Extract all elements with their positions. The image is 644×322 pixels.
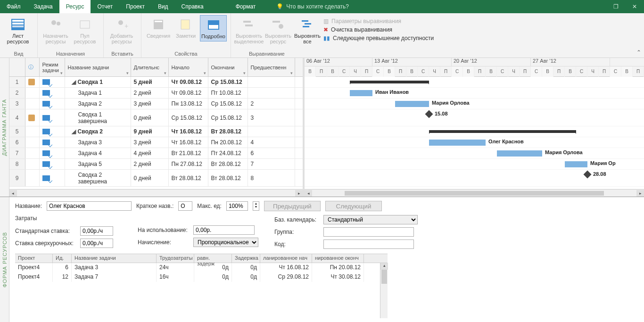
details-button[interactable]: Подробно xyxy=(200,15,227,41)
resource-pool-button[interactable]: Пул ресурсов xyxy=(71,15,99,46)
duration-cell[interactable]: 0 дней xyxy=(131,170,169,186)
start-cell[interactable]: Чт 16.08.12 xyxy=(169,126,208,137)
finish-cell[interactable]: Ср 15.08.12 xyxy=(208,77,248,87)
task-bar[interactable] xyxy=(429,140,486,146)
duration-cell[interactable]: 0 дней xyxy=(131,109,169,126)
col-predecessors[interactable]: Предшественн▾ xyxy=(248,58,295,76)
finish-cell[interactable]: Пт 10.08.12 xyxy=(208,88,248,98)
col-rownum[interactable] xyxy=(9,58,25,76)
pred-cell[interactable] xyxy=(248,126,295,137)
pred-cell[interactable]: 6 xyxy=(248,148,295,158)
group-field[interactable] xyxy=(323,227,414,237)
name-cell[interactable]: Задача 2 xyxy=(65,99,131,109)
duration-cell[interactable]: 3 дней xyxy=(131,99,169,109)
window-close-icon[interactable]: ✕ xyxy=(625,0,644,13)
level-resource-button[interactable]: Выровнять ресурс xyxy=(264,15,292,46)
acol-levdelay[interactable]: равн. задерж xyxy=(194,254,232,263)
name-cell[interactable]: Сводка 2 завершена xyxy=(65,170,131,186)
col-finish[interactable]: Окончани▾ xyxy=(208,58,248,76)
per-use-field[interactable] xyxy=(193,225,255,235)
acol-plannedstart[interactable]: ланированное нач xyxy=(260,254,312,263)
task-bar[interactable] xyxy=(497,150,542,157)
pred-cell[interactable]: 3 xyxy=(248,109,295,126)
pred-cell[interactable] xyxy=(248,77,295,87)
scroll-left-icon[interactable]: ◂ xyxy=(9,190,17,197)
previous-button[interactable]: Предыдущий xyxy=(264,201,321,211)
collapse-ribbon-icon[interactable]: ⌃ xyxy=(636,49,641,56)
indicators-cell[interactable] xyxy=(25,77,40,87)
start-cell[interactable]: Пн 27.08.12 xyxy=(169,159,208,169)
task-bar[interactable] xyxy=(565,161,587,167)
task-row[interactable]: 4Сводка 1 завершена0 днейСр 15.08.12Ср 1… xyxy=(9,109,303,126)
pred-cell[interactable]: 4 xyxy=(248,137,295,148)
finish-cell[interactable]: Пт 24.08.12 xyxy=(208,148,248,158)
spinner-icon[interactable]: ▲▼ xyxy=(253,201,259,211)
col-duration[interactable]: Длительнс▾ xyxy=(131,58,169,76)
taskmode-cell[interactable] xyxy=(40,148,65,158)
task-row[interactable]: 7Задача 44 днейВт 21.08.12Пт 24.08.126 xyxy=(9,148,303,159)
name-cell[interactable]: Задача 5 xyxy=(65,159,131,169)
finish-cell[interactable]: Ср 15.08.12 xyxy=(208,109,248,126)
indicators-cell[interactable] xyxy=(25,99,40,109)
start-cell[interactable]: Ср 15.08.12 xyxy=(169,109,208,126)
indicators-cell[interactable] xyxy=(25,88,40,98)
finish-cell[interactable]: Пн 20.08.12 xyxy=(208,137,248,148)
resource-sheet-button[interactable]: Лист ресурсов xyxy=(4,15,32,46)
row-number[interactable]: 7 xyxy=(9,148,25,158)
indicators-cell[interactable] xyxy=(25,137,40,148)
duration-cell[interactable]: 2 дней xyxy=(131,88,169,98)
task-row[interactable]: 9Сводка 2 завершена0 днейВт 28.08.12Вт 2… xyxy=(9,170,303,187)
menu-view[interactable]: Вид xyxy=(151,0,175,13)
menu-report[interactable]: Отчет xyxy=(91,0,119,13)
level-all-button[interactable]: Выровнять все xyxy=(293,15,322,46)
taskmode-cell[interactable] xyxy=(40,137,65,148)
assignments-vscroll[interactable]: ▴ xyxy=(380,263,388,318)
row-number[interactable]: 9 xyxy=(9,170,25,186)
level-selection-button[interactable]: Выровнять выделенное xyxy=(235,15,263,46)
task-hscroll[interactable]: ◂ ▸ xyxy=(9,189,303,197)
tell-me[interactable]: 💡 Что вы хотите сделать? xyxy=(276,3,349,10)
row-number[interactable]: 4 xyxy=(9,109,25,126)
name-cell[interactable]: ◢Сводка 1 xyxy=(65,77,131,87)
scroll-left-icon[interactable]: ◂ xyxy=(305,190,312,197)
acol-plannedend[interactable]: нированное оконч xyxy=(312,254,364,263)
task-row[interactable]: 6Задача 33 днейЧт 16.08.12Пн 20.08.124 xyxy=(9,137,303,148)
assign-resources-button[interactable]: Назначить ресурсы xyxy=(41,15,70,46)
col-indicators[interactable]: ⓘ xyxy=(25,58,40,76)
finish-cell[interactable]: Ср 15.08.12 xyxy=(208,99,248,109)
information-button[interactable]: Сведения xyxy=(145,15,172,41)
menu-task[interactable]: Задача xyxy=(27,0,59,13)
menu-project[interactable]: Проект xyxy=(119,0,151,13)
start-cell[interactable]: Чт 09.08.12 xyxy=(169,77,208,87)
task-bar[interactable] xyxy=(350,90,372,96)
accrue-select[interactable]: Пропорциональное xyxy=(193,238,258,247)
name-cell[interactable]: Задача 4 xyxy=(65,148,131,158)
collapse-icon[interactable]: ◢ xyxy=(72,128,76,135)
menu-resource[interactable]: Ресурс xyxy=(59,0,91,13)
task-row[interactable]: 1◢Сводка 15 днейЧт 09.08.12Ср 15.08.12 xyxy=(9,77,303,88)
collapse-icon[interactable]: ◢ xyxy=(72,79,76,85)
short-field[interactable] xyxy=(178,201,192,211)
next-button[interactable]: Следующий xyxy=(325,201,382,211)
task-bar[interactable] xyxy=(395,101,429,107)
clear-leveling-link[interactable]: ✖Очистка выравнивания xyxy=(323,26,434,33)
taskmode-cell[interactable] xyxy=(40,109,65,126)
gantt-vertical-label[interactable]: ДИАГРАММА ГАНТА xyxy=(0,58,9,197)
std-rate-field[interactable] xyxy=(80,226,113,236)
pred-cell[interactable] xyxy=(248,88,295,98)
row-number[interactable]: 2 xyxy=(9,88,25,98)
gantt-body[interactable]: Иван ИвановМария Орлова15.08Олег Краснов… xyxy=(305,77,644,197)
duration-cell[interactable]: 3 дней xyxy=(131,137,169,148)
duration-cell[interactable]: 5 дней xyxy=(131,77,169,87)
milestone-icon[interactable] xyxy=(425,110,433,118)
scroll-thumb[interactable] xyxy=(381,270,387,284)
pred-cell[interactable]: 2 xyxy=(248,99,295,109)
row-number[interactable]: 1 xyxy=(9,77,25,87)
menu-help[interactable]: Справка xyxy=(175,0,210,13)
scroll-right-icon[interactable]: ▸ xyxy=(295,190,303,197)
row-number[interactable]: 6 xyxy=(9,137,25,148)
name-cell[interactable]: Задача 3 xyxy=(65,137,131,148)
task-row[interactable]: 3Задача 23 днейПн 13.08.12Ср 15.08.122 xyxy=(9,99,303,109)
indicators-cell[interactable] xyxy=(25,170,40,186)
assignment-row[interactable]: Проект46Задача 324ч0д0дЧт 16.08.12Пн 20.… xyxy=(15,263,380,272)
